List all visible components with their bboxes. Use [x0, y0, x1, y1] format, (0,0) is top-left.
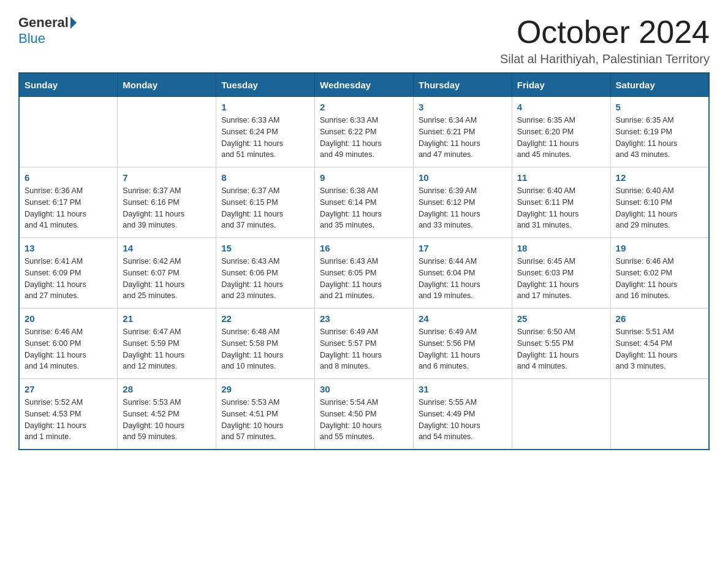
day-number: 7 — [123, 172, 211, 183]
calendar-day-header: Sunday — [19, 73, 118, 97]
calendar-day-cell: 4Sunrise: 6:35 AM Sunset: 6:20 PM Daylig… — [512, 97, 610, 167]
logo: General Blue — [18, 15, 78, 47]
day-info: Sunrise: 6:41 AM Sunset: 6:09 PM Dayligh… — [25, 256, 112, 302]
page-header: General Blue October 2024 Silat al Harit… — [18, 15, 710, 66]
calendar-day-cell: 12Sunrise: 6:40 AM Sunset: 6:10 PM Dayli… — [610, 167, 709, 238]
day-info: Sunrise: 5:52 AM Sunset: 4:53 PM Dayligh… — [25, 397, 112, 443]
calendar-day-cell: 31Sunrise: 5:55 AM Sunset: 4:49 PM Dayli… — [413, 379, 512, 450]
day-number: 21 — [123, 313, 211, 324]
calendar-day-cell: 9Sunrise: 6:38 AM Sunset: 6:14 PM Daylig… — [315, 167, 414, 238]
calendar-day-cell: 21Sunrise: 6:47 AM Sunset: 5:59 PM Dayli… — [118, 308, 216, 379]
day-info: Sunrise: 6:42 AM Sunset: 6:07 PM Dayligh… — [123, 256, 211, 302]
day-number: 6 — [25, 172, 112, 183]
calendar-week-row: 1Sunrise: 6:33 AM Sunset: 6:24 PM Daylig… — [19, 97, 709, 167]
calendar-day-cell: 23Sunrise: 6:49 AM Sunset: 5:57 PM Dayli… — [315, 308, 414, 379]
day-info: Sunrise: 6:39 AM Sunset: 6:12 PM Dayligh… — [419, 185, 507, 231]
calendar-day-cell: 3Sunrise: 6:34 AM Sunset: 6:21 PM Daylig… — [413, 97, 512, 167]
day-info: Sunrise: 6:46 AM Sunset: 6:02 PM Dayligh… — [616, 256, 703, 302]
day-number: 27 — [25, 384, 112, 394]
day-info: Sunrise: 5:51 AM Sunset: 4:54 PM Dayligh… — [616, 326, 703, 372]
day-info: Sunrise: 6:46 AM Sunset: 6:00 PM Dayligh… — [25, 326, 112, 372]
day-info: Sunrise: 6:34 AM Sunset: 6:21 PM Dayligh… — [419, 115, 507, 161]
day-number: 13 — [25, 243, 112, 253]
calendar-day-cell: 22Sunrise: 6:48 AM Sunset: 5:58 PM Dayli… — [216, 308, 315, 379]
day-number: 22 — [221, 313, 309, 324]
calendar-week-row: 6Sunrise: 6:36 AM Sunset: 6:17 PM Daylig… — [19, 167, 709, 238]
day-number: 9 — [320, 172, 408, 183]
calendar-day-header: Friday — [512, 73, 610, 97]
day-number: 8 — [221, 172, 309, 183]
calendar-day-cell: 28Sunrise: 5:53 AM Sunset: 4:52 PM Dayli… — [118, 379, 216, 450]
day-number: 15 — [221, 243, 309, 253]
calendar-day-cell: 18Sunrise: 6:45 AM Sunset: 6:03 PM Dayli… — [512, 238, 610, 308]
day-info: Sunrise: 6:43 AM Sunset: 6:05 PM Dayligh… — [320, 256, 408, 302]
day-info: Sunrise: 6:33 AM Sunset: 6:22 PM Dayligh… — [320, 115, 408, 161]
day-info: Sunrise: 5:53 AM Sunset: 4:52 PM Dayligh… — [123, 397, 211, 443]
day-number: 19 — [616, 243, 703, 253]
day-number: 23 — [320, 313, 408, 324]
calendar-week-row: 13Sunrise: 6:41 AM Sunset: 6:09 PM Dayli… — [19, 238, 709, 308]
day-number: 1 — [221, 102, 309, 112]
page-title: October 2024 — [500, 15, 710, 50]
calendar-day-cell: 25Sunrise: 6:50 AM Sunset: 5:55 PM Dayli… — [512, 308, 610, 379]
day-number: 12 — [616, 172, 703, 183]
title-block: October 2024 Silat al Harithiyah, Palest… — [500, 15, 710, 66]
day-number: 10 — [419, 172, 507, 183]
day-number: 28 — [123, 384, 211, 394]
calendar-day-cell: 27Sunrise: 5:52 AM Sunset: 4:53 PM Dayli… — [19, 379, 118, 450]
day-number: 31 — [419, 384, 507, 394]
day-number: 26 — [616, 313, 703, 324]
day-number: 17 — [419, 243, 507, 253]
calendar-day-cell — [118, 97, 216, 167]
calendar-day-header: Monday — [118, 73, 216, 97]
calendar-day-cell — [19, 97, 118, 167]
calendar-day-cell: 1Sunrise: 6:33 AM Sunset: 6:24 PM Daylig… — [216, 97, 315, 167]
calendar-day-cell: 2Sunrise: 6:33 AM Sunset: 6:22 PM Daylig… — [315, 97, 414, 167]
day-info: Sunrise: 6:49 AM Sunset: 5:57 PM Dayligh… — [320, 326, 408, 372]
day-number: 16 — [320, 243, 408, 253]
day-info: Sunrise: 6:50 AM Sunset: 5:55 PM Dayligh… — [517, 326, 605, 372]
day-number: 5 — [616, 102, 703, 112]
calendar-day-cell: 11Sunrise: 6:40 AM Sunset: 6:11 PM Dayli… — [512, 167, 610, 238]
calendar-day-cell: 7Sunrise: 6:37 AM Sunset: 6:16 PM Daylig… — [118, 167, 216, 238]
calendar-day-header: Saturday — [610, 73, 709, 97]
logo-arrow-icon — [70, 17, 77, 29]
day-number: 30 — [320, 384, 408, 394]
logo-general-text: General — [18, 15, 69, 31]
day-number: 18 — [517, 243, 605, 253]
day-info: Sunrise: 5:55 AM Sunset: 4:49 PM Dayligh… — [419, 397, 507, 443]
day-number: 20 — [25, 313, 112, 324]
day-info: Sunrise: 6:47 AM Sunset: 5:59 PM Dayligh… — [123, 326, 211, 372]
day-info: Sunrise: 6:40 AM Sunset: 6:11 PM Dayligh… — [517, 185, 605, 231]
calendar-day-cell: 10Sunrise: 6:39 AM Sunset: 6:12 PM Dayli… — [413, 167, 512, 238]
day-info: Sunrise: 6:44 AM Sunset: 6:04 PM Dayligh… — [419, 256, 507, 302]
calendar-day-cell: 17Sunrise: 6:44 AM Sunset: 6:04 PM Dayli… — [413, 238, 512, 308]
calendar-day-cell: 14Sunrise: 6:42 AM Sunset: 6:07 PM Dayli… — [118, 238, 216, 308]
calendar-day-cell: 5Sunrise: 6:35 AM Sunset: 6:19 PM Daylig… — [610, 97, 709, 167]
day-number: 29 — [221, 384, 309, 394]
calendar-day-cell: 30Sunrise: 5:54 AM Sunset: 4:50 PM Dayli… — [315, 379, 414, 450]
day-info: Sunrise: 6:36 AM Sunset: 6:17 PM Dayligh… — [25, 185, 112, 231]
calendar-day-header: Tuesday — [216, 73, 315, 97]
day-info: Sunrise: 5:54 AM Sunset: 4:50 PM Dayligh… — [320, 397, 408, 443]
logo-blue-text: Blue — [18, 31, 45, 46]
calendar-day-cell: 6Sunrise: 6:36 AM Sunset: 6:17 PM Daylig… — [19, 167, 118, 238]
page-subtitle: Silat al Harithiyah, Palestinian Territo… — [500, 52, 710, 66]
day-info: Sunrise: 6:43 AM Sunset: 6:06 PM Dayligh… — [221, 256, 309, 302]
day-info: Sunrise: 6:37 AM Sunset: 6:15 PM Dayligh… — [221, 185, 309, 231]
day-number: 24 — [419, 313, 507, 324]
day-info: Sunrise: 6:45 AM Sunset: 6:03 PM Dayligh… — [517, 256, 605, 302]
calendar-day-cell — [512, 379, 610, 450]
day-info: Sunrise: 6:37 AM Sunset: 6:16 PM Dayligh… — [123, 185, 211, 231]
calendar-table: SundayMondayTuesdayWednesdayThursdayFrid… — [18, 72, 710, 450]
calendar-day-cell: 24Sunrise: 6:49 AM Sunset: 5:56 PM Dayli… — [413, 308, 512, 379]
calendar-day-cell: 19Sunrise: 6:46 AM Sunset: 6:02 PM Dayli… — [610, 238, 709, 308]
calendar-day-header: Thursday — [413, 73, 512, 97]
calendar-day-cell: 29Sunrise: 5:53 AM Sunset: 4:51 PM Dayli… — [216, 379, 315, 450]
day-number: 3 — [419, 102, 507, 112]
calendar-day-cell: 8Sunrise: 6:37 AM Sunset: 6:15 PM Daylig… — [216, 167, 315, 238]
day-info: Sunrise: 6:33 AM Sunset: 6:24 PM Dayligh… — [221, 115, 309, 161]
day-info: Sunrise: 5:53 AM Sunset: 4:51 PM Dayligh… — [221, 397, 309, 443]
day-number: 25 — [517, 313, 605, 324]
day-info: Sunrise: 6:35 AM Sunset: 6:19 PM Dayligh… — [616, 115, 703, 161]
